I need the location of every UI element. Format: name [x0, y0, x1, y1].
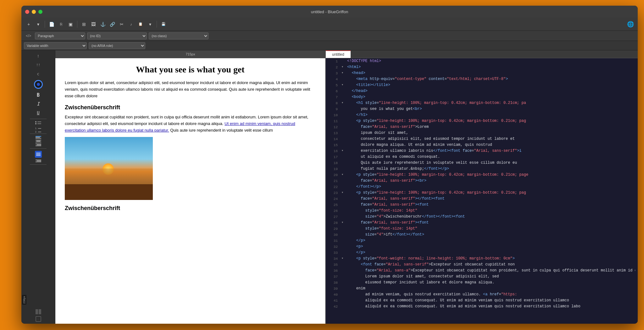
class-select[interactable]: (no class)	[149, 32, 208, 39]
px-label: 238px	[22, 295, 26, 305]
sidebar-exclamation-2[interactable]: !!	[35, 61, 42, 69]
code-line-31: 31 </p>	[326, 238, 638, 244]
align-right-icon[interactable]	[36, 144, 41, 146]
split-view: What you see is what you get Lorem ipsum…	[55, 58, 638, 324]
code-line-16: 16 ▾ exercitation ullamco laboris nis</f…	[326, 148, 638, 154]
wysiwyg-panel[interactable]: What you see is what you get Lorem ipsum…	[55, 58, 326, 324]
new-document-icon[interactable]: 📄	[47, 20, 56, 28]
wysiwyg-subheading2: Zwischenüberschrift	[65, 205, 316, 212]
settings-icon[interactable]: ::	[36, 316, 41, 322]
template-icon[interactable]: 📋	[136, 20, 145, 28]
table-icon[interactable]: ⊞	[80, 20, 88, 28]
code-line-22: 22 </font></p>	[326, 184, 638, 190]
code-line-35: 35 <font face="Arial, sans-serif">Except…	[326, 262, 638, 268]
code-line-32: 32 <p>	[326, 244, 638, 250]
variable-width-select[interactable]: Variable width	[24, 42, 87, 49]
code-line-36: 36 face="Arial, sans-a">Excepteur sint o…	[326, 268, 638, 274]
wysiwyg-heading: What you see is what you get	[65, 65, 316, 75]
sidebar-c[interactable]: c	[35, 70, 42, 77]
anchor-icon[interactable]: ⚓	[99, 20, 107, 28]
paragraph-select[interactable]: Paragraph	[35, 32, 85, 39]
aria-role-select[interactable]: (no ARIA role)	[89, 42, 145, 49]
bold-button[interactable]: B	[35, 91, 42, 99]
align-center-icon[interactable]	[36, 140, 41, 142]
content-area: 715px untitled What you see is what you …	[55, 50, 638, 324]
highlight-button[interactable]	[35, 151, 42, 158]
code-line-18: 18 Quis aute iure reprehenderit in volup…	[326, 160, 638, 166]
code-line-3: 3 ▾ <head>	[326, 70, 638, 76]
code-line-10: 10 </h1>	[326, 112, 638, 118]
unordered-list-icon[interactable]	[35, 121, 42, 126]
code-line-13: 13 ipsum dolor sit amet,	[326, 130, 638, 136]
indent-icon[interactable]	[36, 159, 41, 162]
underline-button[interactable]: U	[35, 109, 42, 117]
code-line-6: 6 </head>	[326, 88, 638, 94]
titlebar: untitled - BlueGriffon	[21, 6, 638, 18]
toolbar-sep-2	[77, 21, 77, 28]
width-toolbar: Variable width (no ARIA role)	[21, 41, 638, 50]
maximize-button[interactable]	[38, 10, 42, 14]
sidebar-divider-2	[30, 134, 47, 134]
columns-icon[interactable]	[36, 309, 41, 314]
wysiwyg-image	[65, 137, 153, 200]
align-left-icon[interactable]	[36, 136, 41, 139]
ordered-list-icon[interactable]: 1. 2.	[35, 127, 42, 131]
template-dropdown[interactable]: ▾	[146, 20, 154, 28]
code-line-40: 40 ad minim veniam, quis nostrud exercit…	[326, 292, 638, 298]
code-line-29: 29 style="font-size: 14pt"	[326, 226, 638, 232]
add-button[interactable]: +	[25, 20, 33, 28]
italic-button[interactable]: I	[35, 100, 42, 108]
wysiwyg-para2: Excepteur sint obcaecat cupiditat non pr…	[65, 114, 316, 134]
code-line-11: 11 <p style="line-height: 100%; margin-t…	[326, 118, 638, 124]
wysiwyg-subheading1: Zwischenüberschrift	[65, 104, 316, 111]
left-sidebar: ! !! c B I U 1. 2.	[21, 50, 55, 324]
add-dropdown[interactable]: ▾	[34, 20, 42, 28]
code-line-25: 25 face="Arial, sans-serif"><font	[326, 202, 638, 208]
app-window: untitled - BlueGriffon + ▾ 📄 ⎘ ▣ ⊞ 🖼 ⚓ 🔗…	[21, 6, 638, 324]
code-line-9: 9 you see is what you get<br>	[326, 106, 638, 112]
traffic-lights	[25, 10, 42, 14]
code-line-17: 17 ut aliquid ex ea commodi consequat.	[326, 154, 638, 160]
para1-text: Lorem ipsum dolor sit amet, consectetur …	[65, 80, 310, 98]
code-line-14: 14 consectetur adipisici elit, sed eiusm…	[326, 136, 638, 142]
code-tab[interactable]: untitled	[326, 50, 351, 58]
ruler-px-label: 715px	[186, 52, 195, 56]
code-line-8: 8 ▾ <h1 style="line-height: 100%; margin…	[326, 100, 638, 106]
id-select[interactable]: (no ID)	[87, 32, 147, 39]
close-button[interactable]	[25, 10, 29, 14]
code-line-39: 39 enim	[326, 286, 638, 292]
para2-end-text: Quis aute iure reprehenderit in voluptat…	[170, 128, 273, 133]
code-line-34: 34 ▾ <p style="font-weight: normal; line…	[326, 256, 638, 262]
code-line-27: 27 size="4">Zwischenüberschr</font></fon…	[326, 214, 638, 220]
color-picker[interactable]	[34, 80, 43, 89]
save-icon[interactable]: 💾	[159, 20, 168, 28]
pixel-ruler: 715px	[55, 50, 326, 58]
code-line-1: 1 <!DOCTYPE html>	[326, 58, 638, 64]
globe-icon[interactable]: 🌐	[626, 20, 635, 28]
code-line-23: 23 ▾ <p style="line-height: 100%; margin…	[326, 190, 638, 196]
code-line-38: 38 eiusmod tempor incidunt ut labore et …	[326, 280, 638, 286]
sidebar-divider-3	[30, 148, 47, 149]
code-line-42: 42 aliquld ex ea commodi consequat. Ut e…	[326, 304, 638, 310]
snippet-icon[interactable]: ✂	[118, 20, 126, 28]
copy-icon[interactable]: ⎘	[57, 20, 65, 28]
toolbar-sep-3	[157, 21, 157, 28]
code-line-5: 5 ▾ <title></title>	[326, 82, 638, 88]
code-toggle[interactable]: </>	[24, 34, 33, 38]
sidebar-divider-1	[30, 119, 47, 119]
code-line-24: 24 face="Arial, sans-serif"></font><font	[326, 196, 638, 202]
image-icon[interactable]: 🖼	[89, 20, 97, 28]
sidebar-exclamation-1[interactable]: !	[35, 52, 42, 60]
format-toolbar: </> Paragraph (no ID) (no class)	[21, 31, 638, 41]
main-toolbar: + ▾ 📄 ⎘ ▣ ⊞ 🖼 ⚓ 🔗 ✂ ♪ 📋 ▾ 💾 🌐	[21, 18, 638, 31]
link-icon[interactable]: 🔗	[108, 20, 116, 28]
code-line-7: 7 <body>	[326, 94, 638, 100]
code-line-19: 19 fugiat nulla pariatur.&nbsp;</font></…	[326, 166, 638, 172]
minimize-button[interactable]	[32, 10, 36, 14]
code-line-41: 41 aliquld ex ea commodi consequat. Ut e…	[326, 298, 638, 304]
code-line-26: 26 style="font-size: 14pt"	[326, 208, 638, 214]
block-icon[interactable]: ▣	[66, 20, 75, 28]
media-icon[interactable]: ♪	[127, 20, 135, 28]
code-line-33: 33 </p>	[326, 250, 638, 256]
code-line-12: 12 face="Arial, sans-serif">Lorem	[326, 124, 638, 130]
